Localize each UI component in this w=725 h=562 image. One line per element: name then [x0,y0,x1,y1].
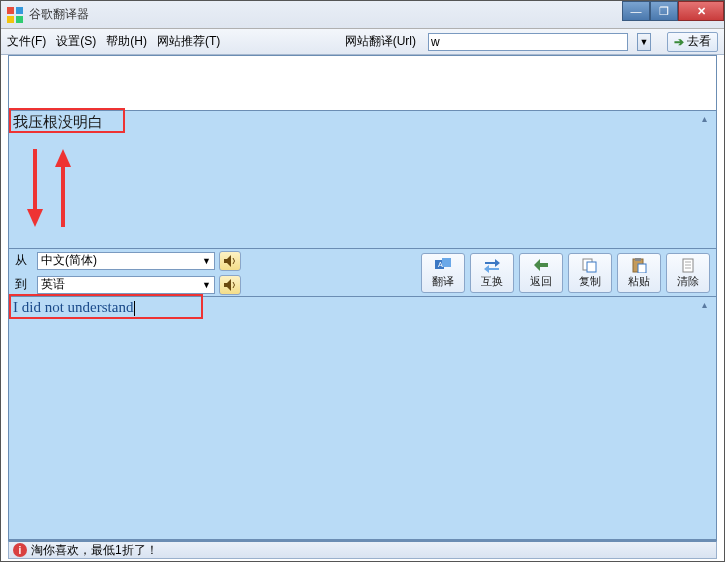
translate-icon: A [434,257,452,273]
menu-file[interactable]: 文件(F) [7,33,46,50]
clear-icon [679,257,697,273]
to-label: 到 [15,276,33,293]
action-toolbar: A 翻译 互换 返回 复制 粘贴 清除 [421,253,710,293]
svg-marker-6 [55,149,71,167]
paste-label: 粘贴 [628,274,650,289]
translate-label: 翻译 [432,274,454,289]
result-text: I did not understand [13,299,135,316]
from-language-select[interactable]: 中文(简体) ▼ [37,252,215,270]
go-button[interactable]: ➔ 去看 [667,32,718,52]
menu-help[interactable]: 帮助(H) [106,33,147,50]
chevron-down-icon: ▼ [202,256,211,266]
source-text-pane[interactable]: 我压根没明白 ▴ [9,111,716,249]
title-bar: 谷歌翻译器 — ❐ ✕ [1,1,724,29]
speak-target-button[interactable] [219,275,241,295]
swap-label: 互换 [481,274,503,289]
svg-rect-11 [442,258,451,267]
window-controls: — ❐ ✕ [622,1,724,21]
main-panel: 我压根没明白 ▴ 从 中文(简体) ▼ 到 [8,55,717,541]
scroll-up-icon[interactable]: ▴ [702,299,714,311]
speaker-icon [224,279,236,291]
svg-text:A: A [438,261,443,268]
menu-recommend[interactable]: 网站推荐(T) [157,33,220,50]
translate-button[interactable]: A 翻译 [421,253,465,293]
svg-rect-14 [587,262,596,272]
app-title: 谷歌翻译器 [29,6,89,23]
annotation-arrow-up [55,149,69,227]
maximize-button[interactable]: ❐ [650,1,678,21]
from-label: 从 [15,252,33,269]
copy-label: 复制 [579,274,601,289]
svg-rect-1 [16,7,23,14]
swap-icon [483,257,501,273]
info-icon: i [13,543,27,557]
speaker-icon [224,255,236,267]
source-text: 我压根没明白 [13,113,103,132]
paste-button[interactable]: 粘贴 [617,253,661,293]
status-bar: i 淘你喜欢，最低1折了！ [8,541,717,559]
menu-bar: 文件(F) 设置(S) 帮助(H) 网站推荐(T) 网站翻译(Url) ▼ ➔ … [1,29,724,55]
svg-rect-16 [635,258,641,261]
annotation-arrow-down [27,149,41,227]
go-arrow-icon: ➔ [674,35,684,49]
url-translate-label: 网站翻译(Url) [345,33,416,50]
back-button[interactable]: 返回 [519,253,563,293]
url-input[interactable] [428,33,628,51]
copy-icon [581,257,599,273]
go-button-label: 去看 [687,33,711,50]
language-selectors: 从 中文(简体) ▼ 到 英语 ▼ [15,251,241,295]
paste-icon [630,257,648,273]
scroll-up-icon[interactable]: ▴ [702,113,714,125]
app-icon [7,7,23,23]
top-blank-area [9,56,716,111]
menu-settings[interactable]: 设置(S) [56,33,96,50]
clear-button[interactable]: 清除 [666,253,710,293]
back-label: 返回 [530,274,552,289]
swap-button[interactable]: 互换 [470,253,514,293]
controls-bar: 从 中文(简体) ▼ 到 英语 ▼ [9,249,716,297]
svg-rect-2 [7,16,14,23]
from-language-value: 中文(简体) [41,252,97,269]
svg-marker-8 [224,255,231,267]
status-text: 淘你喜欢，最低1折了！ [31,542,158,559]
svg-marker-9 [224,279,231,291]
speak-source-button[interactable] [219,251,241,271]
svg-rect-0 [7,7,14,14]
back-icon [532,257,550,273]
svg-rect-17 [638,264,646,273]
minimize-button[interactable]: — [622,1,650,21]
svg-rect-3 [16,16,23,23]
result-text-pane[interactable]: I did not understand ▴ [9,297,716,540]
url-dropdown-button[interactable]: ▼ [637,33,651,51]
to-language-value: 英语 [41,276,65,293]
copy-button[interactable]: 复制 [568,253,612,293]
svg-marker-5 [27,209,43,227]
close-button[interactable]: ✕ [678,1,724,21]
to-language-select[interactable]: 英语 ▼ [37,276,215,294]
chevron-down-icon: ▼ [202,280,211,290]
clear-label: 清除 [677,274,699,289]
